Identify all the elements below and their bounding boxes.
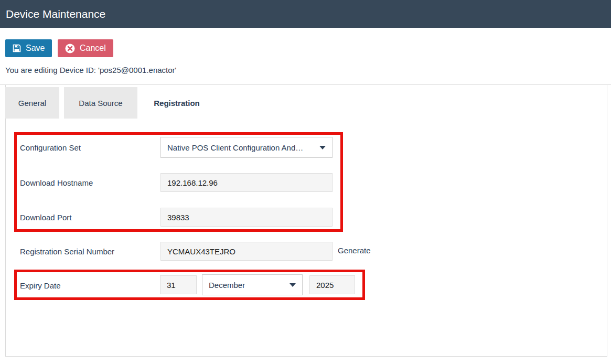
generate-button[interactable]: Generate: [338, 246, 371, 255]
configuration-set-label: Configuration Set: [20, 143, 81, 152]
expiry-month-value: December: [209, 281, 245, 290]
caret-down-icon: [290, 283, 296, 287]
download-port-label: Download Port: [20, 213, 71, 222]
expiry-year-input[interactable]: [309, 275, 355, 294]
download-hostname-label: Download Hostname: [20, 178, 93, 187]
circle-x-icon: [65, 44, 75, 53]
tab-data-source[interactable]: Data Source: [64, 87, 137, 119]
editing-notice: You are editing Device ID: 'pos25@0001.e…: [5, 66, 176, 74]
download-hostname-input[interactable]: [160, 173, 333, 192]
tab-registration[interactable]: Registration: [137, 87, 216, 119]
expiry-day-input[interactable]: [160, 275, 197, 294]
cancel-button-label: Cancel: [80, 44, 106, 53]
page-header: Device Maintenance: [0, 0, 611, 28]
page-title: Device Maintenance: [0, 0, 611, 28]
tab-general[interactable]: General: [5, 87, 59, 119]
save-button[interactable]: Save: [5, 39, 52, 57]
expiry-month-select[interactable]: December: [202, 274, 303, 295]
floppy-disk-icon: [13, 44, 21, 52]
registration-serial-number-label: Registration Serial Number: [20, 247, 114, 256]
expiry-date-label: Expiry Date: [20, 281, 61, 290]
configuration-set-select[interactable]: Native POS Client Configuration And…: [160, 137, 333, 158]
download-port-input[interactable]: [160, 208, 333, 227]
configuration-set-value: Native POS Client Configuration And…: [167, 143, 303, 152]
cancel-button[interactable]: Cancel: [58, 39, 113, 57]
save-button-label: Save: [26, 44, 45, 53]
registration-serial-number-input[interactable]: [160, 242, 333, 261]
caret-down-icon: [319, 146, 326, 149]
